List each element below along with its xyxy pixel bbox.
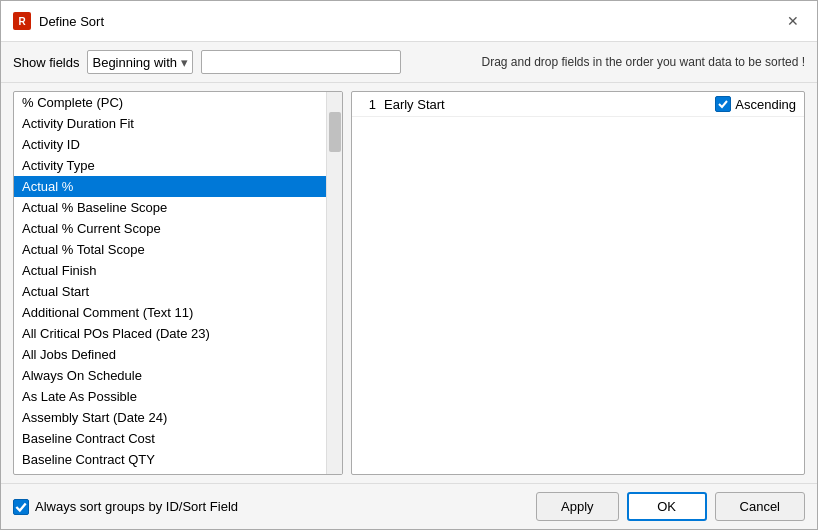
list-item[interactable]: % Complete (PC)	[14, 92, 326, 113]
search-input[interactable]	[201, 50, 401, 74]
dialog-title: Define Sort	[39, 14, 104, 29]
list-item[interactable]: As Late As Possible	[14, 386, 326, 407]
toolbar: Show fields Beginning with ▾ Drag and dr…	[1, 42, 817, 83]
list-item[interactable]: Actual % Total Scope	[14, 239, 326, 260]
list-item[interactable]: Actual %	[14, 176, 326, 197]
list-item[interactable]: Baseline Contract QTY	[14, 449, 326, 470]
title-bar: R Define Sort ✕	[1, 1, 817, 42]
show-fields-label: Show fields	[13, 55, 79, 70]
ascending-checkbox[interactable]	[715, 96, 731, 112]
define-sort-dialog: R Define Sort ✕ Show fields Beginning wi…	[0, 0, 818, 530]
scroll-thumb[interactable]	[329, 112, 341, 152]
footer-buttons: Apply OK Cancel	[536, 492, 805, 521]
apply-button[interactable]: Apply	[536, 492, 619, 521]
list-item[interactable]: Additional Comment (Text 11)	[14, 302, 326, 323]
list-item[interactable]: Actual % Current Scope	[14, 218, 326, 239]
list-item[interactable]: Actual % Baseline Scope	[14, 197, 326, 218]
list-item[interactable]: Actual Finish	[14, 260, 326, 281]
list-item[interactable]: Baseline Contract Cost	[14, 428, 326, 449]
cancel-button[interactable]: Cancel	[715, 492, 805, 521]
footer: Always sort groups by ID/Sort Field Appl…	[1, 483, 817, 529]
list-item[interactable]: Baseline Contract QTY Cost	[14, 470, 326, 474]
main-content: % Complete (PC)Activity Duration FitActi…	[1, 83, 817, 483]
sort-area: 1Early StartAscending	[351, 91, 805, 475]
list-item[interactable]: Actual Start	[14, 281, 326, 302]
list-item[interactable]: Activity ID	[14, 134, 326, 155]
ok-button[interactable]: OK	[627, 492, 707, 521]
title-bar-left: R Define Sort	[13, 12, 104, 30]
always-sort-wrap: Always sort groups by ID/Sort Field	[13, 499, 238, 515]
hint-text: Drag and drop fields in the order you wa…	[481, 55, 805, 69]
always-sort-label: Always sort groups by ID/Sort Field	[35, 499, 238, 514]
chevron-down-icon: ▾	[181, 55, 188, 70]
list-item[interactable]: Always On Schedule	[14, 365, 326, 386]
sort-field-name: Early Start	[384, 97, 707, 112]
field-list-container: % Complete (PC)Activity Duration FitActi…	[13, 91, 343, 475]
list-item[interactable]: Assembly Start (Date 24)	[14, 407, 326, 428]
beginning-with-dropdown[interactable]: Beginning with ▾	[87, 50, 193, 74]
always-sort-checkbox[interactable]	[13, 499, 29, 515]
list-item[interactable]: Activity Duration Fit	[14, 113, 326, 134]
ascending-wrap: Ascending	[715, 96, 796, 112]
scrollbar-track[interactable]	[326, 92, 342, 474]
ascending-label: Ascending	[735, 97, 796, 112]
list-item[interactable]: All Critical POs Placed (Date 23)	[14, 323, 326, 344]
close-button[interactable]: ✕	[781, 9, 805, 33]
field-list: % Complete (PC)Activity Duration FitActi…	[14, 92, 326, 474]
sort-row: 1Early StartAscending	[352, 92, 804, 117]
dropdown-value: Beginning with	[92, 55, 177, 70]
list-item[interactable]: All Jobs Defined	[14, 344, 326, 365]
app-icon: R	[13, 12, 31, 30]
list-item[interactable]: Activity Type	[14, 155, 326, 176]
sort-row-number: 1	[360, 97, 376, 112]
